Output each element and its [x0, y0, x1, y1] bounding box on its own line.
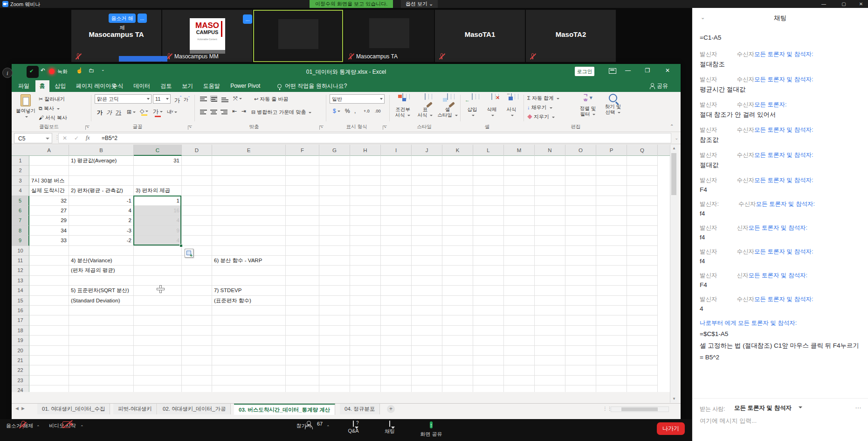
format-cells-button[interactable]: ↔ 서식	[502, 94, 521, 118]
column-header-B[interactable]: B	[69, 145, 134, 156]
wrap-text-button[interactable]: ↩ 자동 줄 바꿈	[254, 96, 288, 103]
alignment-dialog-launcher[interactable]	[319, 126, 324, 130]
cell-C24[interactable]	[134, 385, 182, 392]
chat-more-icon[interactable]: …	[855, 402, 862, 410]
cell-B11[interactable]: 4) 분산(Variance)	[69, 256, 134, 266]
cell-F19[interactable]	[286, 336, 319, 345]
ribbon-tab-파일[interactable]: 파일	[14, 80, 34, 92]
cell-N7[interactable]	[535, 216, 565, 225]
cell-H4[interactable]	[350, 186, 381, 196]
column-header-D[interactable]: D	[182, 145, 212, 156]
view-options-button[interactable]: 옵션 보기 ⌄	[401, 0, 438, 8]
cell-K24[interactable]	[442, 385, 473, 392]
cell-N3[interactable]	[535, 176, 565, 186]
unmute-button[interactable]: 음소거 해제	[5, 421, 34, 429]
cell-B2[interactable]	[69, 166, 134, 175]
cell-I11[interactable]	[381, 256, 412, 266]
column-header-K[interactable]: K	[442, 145, 473, 156]
cell-L8[interactable]	[473, 226, 504, 236]
cell-E24[interactable]	[212, 385, 286, 392]
cell-L4[interactable]	[473, 186, 504, 196]
cell-Q10[interactable]	[627, 246, 658, 256]
audience-link[interactable]: 모든 토론자 및 참석자:	[754, 76, 813, 83]
cell-I8[interactable]	[381, 226, 412, 236]
cell-G12[interactable]	[319, 266, 350, 275]
cell-Q7[interactable]	[627, 216, 658, 225]
cell-B21[interactable]	[69, 356, 134, 365]
cell-O6[interactable]	[565, 206, 596, 216]
cell-C22[interactable]	[134, 365, 182, 375]
share-screen-button[interactable]: ↑ 화면 공유	[416, 421, 447, 438]
cell-O3[interactable]	[565, 176, 596, 186]
cell-K18[interactable]	[442, 326, 473, 336]
row-header-18[interactable]: 18	[12, 326, 29, 336]
cell-B19[interactable]	[69, 336, 134, 345]
delete-cells-button[interactable]: ✕ 삭제	[482, 94, 501, 118]
cell-L5[interactable]	[473, 196, 504, 206]
ribbon-tab-보기[interactable]: 보기	[178, 80, 197, 92]
minimize-window-button[interactable]: —	[817, 0, 831, 8]
cell-F18[interactable]	[286, 326, 319, 336]
cell-M20[interactable]	[504, 346, 535, 356]
cell-H9[interactable]	[350, 236, 381, 245]
recipient-dropdown-icon[interactable]	[799, 406, 802, 408]
scroll-down-icon[interactable]: ▼	[670, 395, 678, 403]
column-header-J[interactable]: J	[412, 145, 442, 156]
cell-G21[interactable]	[319, 356, 350, 365]
cell-J2[interactable]	[412, 166, 442, 175]
cell-K15[interactable]	[442, 296, 473, 306]
collapse-ribbon-icon[interactable]: ⌃	[670, 124, 674, 129]
cell-A12[interactable]	[29, 266, 69, 275]
cell-L11[interactable]	[473, 256, 504, 266]
cell-O8[interactable]	[565, 226, 596, 236]
cell-G23[interactable]	[319, 376, 350, 385]
cell-K7[interactable]	[442, 216, 473, 225]
cell-A14[interactable]	[29, 286, 69, 295]
cell-I14[interactable]	[381, 286, 412, 295]
cell-M14[interactable]	[504, 286, 535, 295]
cell-P5[interactable]	[596, 196, 627, 206]
cell-F6[interactable]	[286, 206, 319, 216]
column-header-H[interactable]: H	[350, 145, 381, 156]
cell-N5[interactable]	[535, 196, 565, 206]
cell-H6[interactable]	[350, 206, 381, 216]
cell-N12[interactable]	[535, 266, 565, 275]
cell-D5[interactable]	[182, 196, 212, 206]
cell-C4[interactable]: 3) 편차의 제곱	[134, 186, 182, 196]
percent-button[interactable]: %	[345, 108, 350, 114]
font-size-combo[interactable]: 11	[153, 94, 171, 104]
cell-J14[interactable]	[412, 286, 442, 295]
cell-C13[interactable]	[134, 276, 182, 286]
cell-H12[interactable]	[350, 266, 381, 275]
audience-link[interactable]: 모든 토론자 및 참석자:	[754, 296, 813, 302]
cell-E9[interactable]	[212, 236, 286, 245]
cell-I18[interactable]	[381, 326, 412, 336]
cell-F23[interactable]	[286, 376, 319, 385]
participants-button[interactable]: 67 참가자	[289, 421, 319, 429]
row-header-23[interactable]: 23	[12, 376, 29, 385]
cell-F1[interactable]	[286, 156, 319, 166]
cell-N24[interactable]	[535, 385, 565, 392]
sheet-tab[interactable]: 04. 정규분포	[340, 404, 380, 414]
row-header-20[interactable]: 20	[12, 346, 29, 356]
cell-E16[interactable]	[212, 306, 286, 315]
fill-color-button[interactable]: ◇	[140, 108, 148, 116]
chat-message[interactable]: 발신자:수신자모든 토론자 및 참석자:f4	[700, 200, 861, 217]
audience-link[interactable]: 모든 토론자:	[754, 101, 786, 108]
cell-C11[interactable]	[134, 256, 182, 266]
cell-M23[interactable]	[504, 376, 535, 385]
decrease-decimal-button[interactable]: .00	[375, 109, 381, 113]
cell-Q2[interactable]	[627, 166, 658, 175]
cell-J12[interactable]	[412, 266, 442, 275]
row-header-15[interactable]: 15	[12, 296, 29, 306]
cell-J23[interactable]	[412, 376, 442, 385]
video-tile[interactable]: Masocampus TA음소거 해제...	[71, 10, 161, 62]
cell-O14[interactable]	[565, 286, 596, 295]
cell-I6[interactable]	[381, 206, 412, 216]
cell-F15[interactable]	[286, 296, 319, 306]
more-overlay-button[interactable]: ...	[243, 14, 252, 24]
cell-J10[interactable]	[412, 246, 442, 256]
cell-M19[interactable]	[504, 336, 535, 345]
cell-B10[interactable]	[69, 246, 134, 256]
cell-M13[interactable]	[504, 276, 535, 286]
